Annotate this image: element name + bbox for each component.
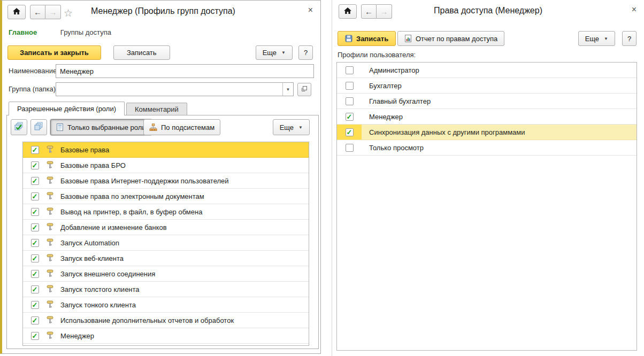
checkbox-checked[interactable]: ✓ <box>31 192 39 200</box>
checkbox-checked[interactable]: ✓ <box>31 208 39 216</box>
checkbox-checked[interactable]: ✓ <box>346 128 354 136</box>
save-and-close-button[interactable]: Записать и закрыть <box>7 45 101 60</box>
checkbox-checked[interactable]: ✓ <box>346 113 354 121</box>
roles-more-label: Еще <box>280 123 294 131</box>
role-row[interactable]: ✓Запуск Automation <box>23 235 309 251</box>
checkbox-cell: ✓ <box>23 173 47 188</box>
checkbox-checked[interactable]: ✓ <box>31 146 39 154</box>
checkbox-checked[interactable]: ✓ <box>31 285 39 293</box>
more-button[interactable]: Еще ▼ <box>578 31 615 46</box>
uncheck-all-button[interactable] <box>30 119 47 135</box>
role-row[interactable]: ✓Базовые права БРО <box>23 158 309 173</box>
checkbox-cell: ✓ <box>337 125 362 140</box>
by-subsystems-button[interactable]: По подсистемам <box>143 119 220 135</box>
role-key-icon <box>47 254 53 262</box>
checkbox-checked[interactable]: ✓ <box>31 301 39 309</box>
tab-comment[interactable]: Комментарий <box>126 103 187 115</box>
tab-allowed-actions-label: Разрешенные действия (роли) <box>17 105 116 113</box>
access-rights-report-button[interactable]: Отчет по правам доступа <box>397 31 504 46</box>
profile-row[interactable]: Бухгалтер <box>337 78 637 94</box>
tab-allowed-actions[interactable]: Разрешенные действия (роли) <box>9 102 125 115</box>
checkbox-checked[interactable]: ✓ <box>31 332 39 340</box>
only-selected-roles-toggle[interactable]: Только выбранные роли <box>50 119 152 135</box>
profile-row[interactable]: ✓Синхронизация данных с другими программ… <box>337 125 637 140</box>
more-button[interactable]: Еще ▼ <box>256 45 293 60</box>
nav-link-access-groups[interactable]: Группы доступа <box>60 28 111 36</box>
checkbox-checked[interactable]: ✓ <box>31 254 39 262</box>
checkbox-checked[interactable]: ✓ <box>31 223 39 231</box>
checkbox-cell: ✓ <box>23 251 47 266</box>
role-label: Запуск тонкого клиента <box>60 301 136 309</box>
role-label: Запуск веб-клиента <box>60 254 124 262</box>
group-dropdown-icon[interactable]: ▼ <box>282 83 293 96</box>
name-input[interactable] <box>56 64 314 78</box>
role-row[interactable]: ✓Добавление и изменение банков <box>23 220 309 235</box>
checkbox-unchecked[interactable] <box>346 82 354 90</box>
checkbox-cell: ✓ <box>23 297 47 312</box>
checkbox-unchecked[interactable] <box>346 144 354 152</box>
close-icon[interactable]: × <box>632 5 637 14</box>
role-row[interactable]: ✓Базовые права Интернет-поддержки пользо… <box>23 173 309 189</box>
role-label: Запуск Automation <box>60 239 119 247</box>
checkbox-unchecked[interactable] <box>346 66 354 74</box>
profile-editor-window: ← → ☆ Менеджер (Профиль групп доступа) ×… <box>0 0 321 354</box>
save-floppy-icon <box>345 35 352 42</box>
checkbox-checked[interactable]: ✓ <box>31 316 39 324</box>
forward-icon: → <box>49 7 57 17</box>
role-row[interactable]: ✓Базовые права по электронным документам <box>23 189 309 204</box>
role-row[interactable]: ✓Запуск внешнего соединения <box>23 266 309 282</box>
checkbox-checked[interactable]: ✓ <box>31 161 39 169</box>
checkbox-cell: ✓ <box>23 220 47 235</box>
checkbox-cell <box>337 94 362 109</box>
section-links: Главное Группы доступа <box>9 28 111 36</box>
save-button[interactable]: Записать <box>338 31 396 46</box>
group-input[interactable] <box>56 82 294 96</box>
favorite-star-icon[interactable]: ☆ <box>64 7 73 19</box>
roles-more-button[interactable]: Еще ▼ <box>273 119 310 135</box>
group-field-label: Группа (папка): <box>9 85 58 93</box>
profile-row[interactable]: Только просмотр <box>337 140 637 156</box>
checkbox-checked[interactable]: ✓ <box>31 239 39 247</box>
role-key-icon <box>47 192 53 200</box>
uncheck-all-icon <box>34 122 43 133</box>
help-button[interactable]: ? <box>622 31 637 46</box>
role-key-icon <box>47 223 53 231</box>
checkbox-cell <box>337 78 362 93</box>
access-rights-report-label: Отчет по правам доступа <box>416 35 497 43</box>
group-open-button[interactable] <box>297 83 311 96</box>
only-selected-roles-label: Только выбранные роли <box>67 123 146 131</box>
role-key-icon <box>47 300 53 309</box>
save-label: Записать <box>127 49 157 57</box>
role-row[interactable]: ✓Использование дополнительных отчетов и … <box>23 313 309 328</box>
role-label: Использование дополнительных отчетов и о… <box>60 316 234 324</box>
profile-row[interactable]: Главный бухгалтер <box>337 94 637 109</box>
window-title: Права доступа (Менеджер) <box>332 6 644 16</box>
profile-label: Главный бухгалтер <box>369 97 431 105</box>
role-row[interactable]: ✓Базовые права <box>23 142 309 158</box>
roles-panel: Только выбранные роли По подсистемам Еще… <box>6 115 319 349</box>
home-button[interactable] <box>7 5 26 19</box>
role-row[interactable]: ✓Менеджер <box>23 328 309 344</box>
checkbox-unchecked[interactable] <box>346 97 354 105</box>
role-row[interactable]: ✓Вывод на принтер, в файл, в буфер обмен… <box>23 204 309 220</box>
checkbox-checked[interactable]: ✓ <box>31 177 39 185</box>
chevron-down-icon: ▼ <box>604 36 608 41</box>
back-button[interactable]: ← <box>30 5 45 19</box>
role-row[interactable]: ✓Запуск толстого клиента <box>23 282 309 297</box>
close-icon[interactable]: × <box>308 6 313 14</box>
open-form-icon <box>301 86 308 94</box>
home-icon <box>12 7 21 17</box>
role-row[interactable]: ✓Запуск веб-клиента <box>23 251 309 266</box>
checkbox-cell <box>337 63 362 78</box>
profile-row[interactable]: Администратор <box>337 63 637 78</box>
role-label: Базовые права по электронным документам <box>60 192 204 200</box>
role-row[interactable]: ✓Запуск тонкого клиента <box>23 297 309 313</box>
checkbox-checked[interactable]: ✓ <box>31 270 39 278</box>
nav-link-main[interactable]: Главное <box>9 28 37 36</box>
role-key-icon <box>47 161 53 169</box>
help-button[interactable]: ? <box>298 45 313 60</box>
forward-button[interactable]: → <box>45 5 61 19</box>
profile-row[interactable]: ✓Менеджер <box>337 109 637 125</box>
save-button[interactable]: Записать <box>113 45 170 60</box>
check-all-button[interactable] <box>11 119 27 135</box>
